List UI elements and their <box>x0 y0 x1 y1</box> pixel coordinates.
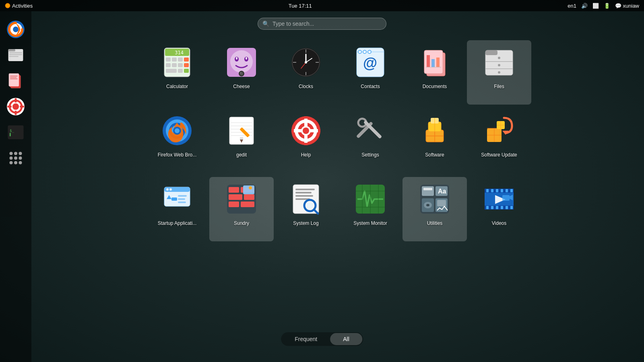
svg-rect-146 <box>241 202 254 207</box>
app-label-system-monitor: System Monitor <box>353 220 387 226</box>
svg-rect-145 <box>229 202 239 207</box>
app-label-software: Software <box>425 152 444 158</box>
dock-item-files[interactable] <box>4 43 27 67</box>
battery-icon[interactable]: 🔋 <box>604 3 610 9</box>
svg-rect-22 <box>20 106 24 108</box>
svg-rect-141 <box>229 187 239 193</box>
settings-icon <box>354 115 386 147</box>
svg-rect-179 <box>501 189 503 192</box>
terminal-dock-icon: $_ ▋ <box>6 123 25 142</box>
svg-rect-178 <box>496 189 498 192</box>
svg-rect-45 <box>184 63 189 67</box>
svg-point-71 <box>363 50 366 53</box>
dock-item-firefox[interactable] <box>4 18 27 41</box>
dock-item-terminal[interactable]: $_ ▋ <box>4 121 27 144</box>
svg-rect-8 <box>9 56 19 57</box>
svg-point-31 <box>19 156 22 160</box>
documents-icon <box>419 46 451 78</box>
activities-logo-icon <box>5 3 10 8</box>
svg-rect-38 <box>166 58 171 62</box>
system-monitor-icon <box>354 183 386 215</box>
clocks-icon <box>290 46 322 78</box>
tab-all[interactable]: All <box>330 333 362 345</box>
app-grid: 314 Calculator <box>40 40 636 245</box>
app-label-cheese: Cheese <box>233 84 250 89</box>
svg-point-170 <box>426 204 429 206</box>
svg-point-50 <box>230 50 253 73</box>
svg-rect-101 <box>240 137 243 140</box>
svg-point-86 <box>498 57 500 59</box>
svg-rect-39 <box>172 58 177 62</box>
display-icon[interactable]: ⬜ <box>592 3 599 9</box>
startup-icon <box>161 183 193 215</box>
tab-frequent[interactable]: Frequent <box>282 333 330 345</box>
svg-point-32 <box>9 161 12 164</box>
app-label-sundry: Sundry <box>234 220 249 226</box>
cheese-icon <box>225 46 258 78</box>
svg-rect-172 <box>437 200 446 206</box>
app-item-startup[interactable]: Startup Applicati... <box>145 177 209 241</box>
svg-point-54 <box>246 57 247 60</box>
app-label-utilities: Utilities <box>427 220 443 226</box>
svg-rect-137 <box>178 195 187 197</box>
svg-rect-176 <box>486 189 489 192</box>
dock-item-show-apps[interactable] <box>4 146 27 170</box>
app-item-utilities[interactable]: Aa Utilities <box>402 177 467 241</box>
software-icon <box>419 115 451 147</box>
app-item-contacts[interactable]: @ Contacts <box>338 40 402 105</box>
svg-rect-150 <box>295 189 315 190</box>
search-input[interactable] <box>258 18 386 30</box>
svg-text:314: 314 <box>175 50 184 56</box>
app-label-calculator: Calculator <box>166 84 188 89</box>
dock-item-documents[interactable] <box>4 69 27 93</box>
dock-item-help[interactable] <box>4 95 27 118</box>
svg-point-0 <box>5 3 10 8</box>
svg-point-33 <box>14 161 17 164</box>
svg-rect-144 <box>244 194 254 200</box>
svg-rect-189 <box>502 195 510 201</box>
app-item-videos[interactable]: Videos <box>467 177 531 241</box>
app-item-firefox[interactable]: Firefox Web Bro... <box>145 109 209 173</box>
svg-point-148 <box>249 186 252 189</box>
app-item-system-log[interactable]: System Log <box>274 177 338 241</box>
app-item-calculator[interactable]: 314 Calculator <box>145 40 209 105</box>
app-item-sundry[interactable]: Sundry <box>209 177 274 241</box>
volume-icon[interactable]: 🔊 <box>581 3 588 9</box>
activities-button[interactable]: Activities <box>5 3 33 9</box>
app-item-clocks[interactable]: Clocks <box>274 40 338 105</box>
app-item-settings[interactable]: Settings <box>338 109 402 173</box>
gedit-icon <box>225 115 258 147</box>
app-label-files: Files <box>494 84 504 89</box>
svg-rect-76 <box>427 55 430 67</box>
svg-text:$_: $_ <box>10 128 14 133</box>
svg-rect-164 <box>422 186 434 196</box>
svg-rect-46 <box>166 69 177 73</box>
svg-rect-177 <box>491 189 493 192</box>
app-item-software[interactable]: Software <box>402 109 467 173</box>
app-item-files[interactable]: Files <box>467 40 531 105</box>
svg-point-30 <box>14 156 17 160</box>
svg-rect-21 <box>7 106 11 108</box>
app-label-gedit: gedit <box>236 152 247 158</box>
svg-rect-43 <box>172 63 177 67</box>
svg-point-85 <box>498 71 500 74</box>
files-icon <box>483 46 515 78</box>
search-icon: 🔍 <box>262 21 269 27</box>
svg-rect-136 <box>171 197 177 201</box>
app-item-gedit[interactable]: gedit <box>209 109 274 173</box>
svg-rect-6 <box>9 52 22 53</box>
svg-rect-185 <box>501 206 503 209</box>
svg-point-70 <box>358 50 361 53</box>
app-item-help[interactable]: Help <box>274 109 338 173</box>
app-item-system-monitor[interactable]: System Monitor <box>338 177 402 241</box>
app-item-software-update[interactable]: Software Update <box>467 109 531 173</box>
svg-rect-139 <box>178 202 186 203</box>
user-menu[interactable]: 💬 xuniaw <box>615 3 639 9</box>
app-item-cheese[interactable]: Cheese <box>209 40 274 105</box>
app-label-clocks: Clocks <box>299 84 313 89</box>
language-indicator[interactable]: en1 <box>568 3 576 9</box>
svg-rect-11 <box>9 74 19 86</box>
app-label-help: Help <box>301 152 311 158</box>
svg-rect-19 <box>15 98 17 102</box>
app-item-documents[interactable]: Documents <box>402 40 467 105</box>
